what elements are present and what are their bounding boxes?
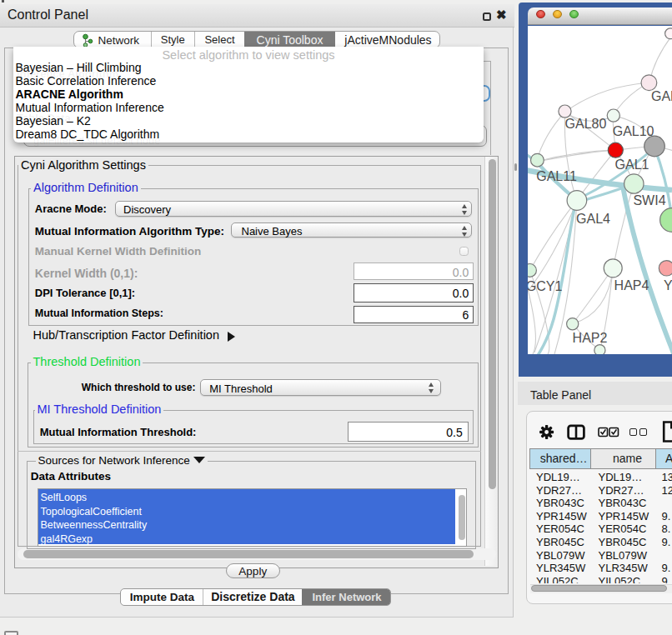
svg-text:GAL7: GAL7 — [651, 89, 672, 103]
svg-text:GAL4: GAL4 — [576, 212, 610, 226]
svg-text:YM: YM — [664, 278, 672, 292]
svg-text:GAL80: GAL80 — [565, 117, 607, 131]
svg-text:HAP2: HAP2 — [573, 331, 608, 345]
svg-text:GCY1: GCY1 — [528, 279, 562, 293]
svg-text:GAL11: GAL11 — [536, 169, 577, 183]
svg-text:GAL1: GAL1 — [615, 158, 649, 172]
svg-text:HAP4: HAP4 — [614, 278, 649, 292]
svg-text:GAL10: GAL10 — [613, 124, 654, 138]
svg-text:SWI4: SWI4 — [633, 193, 665, 208]
